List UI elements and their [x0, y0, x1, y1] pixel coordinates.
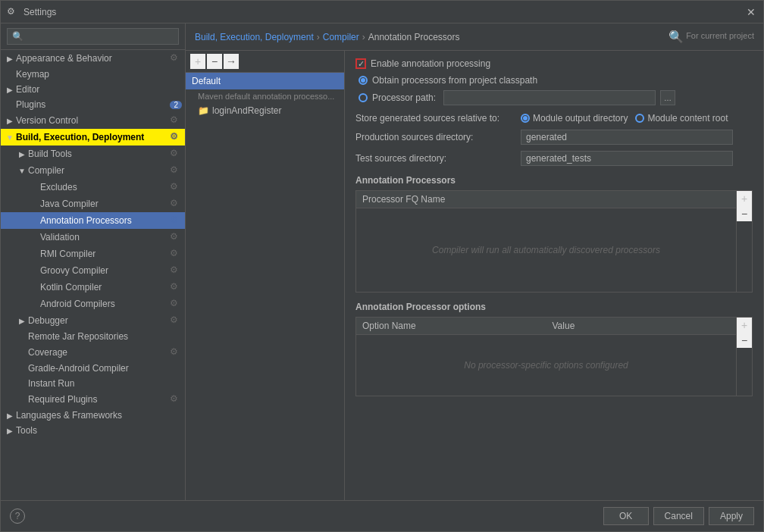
sidebar-item-build[interactable]: ▼ Build, Execution, Deployment ⚙ [1, 129, 185, 146]
enable-annotation-label: Enable annotation processing [371, 58, 490, 69]
options-panel: ✓ Enable annotation processing Obtain pr… [345, 51, 763, 500]
close-button[interactable]: ✕ [745, 6, 757, 18]
breadcrumb-sep1: › [317, 32, 320, 42]
breadcrumb-compiler[interactable]: Compiler [323, 32, 359, 42]
sidebar-item-build-tools[interactable]: ▶ Build Tools ⚙ [1, 146, 185, 162]
profile-list: Default Maven default annotation process… [186, 73, 344, 500]
gear-icon: ⚙ [170, 281, 182, 293]
gear-icon: ⚙ [170, 315, 182, 327]
breadcrumb-build[interactable]: Build, Execution, Deployment [195, 32, 314, 42]
sidebar-item-instant-run[interactable]: Instant Run [1, 376, 185, 391]
plugins-badge: 2 [170, 101, 182, 109]
processor-options-side-buttons: + − [736, 318, 752, 396]
profile-sub-login[interactable]: 📁 loginAndRegister [186, 103, 344, 118]
sidebar-item-appearance[interactable]: ▶ Appearance & Behavior ⚙ [1, 50, 185, 67]
annotation-processors-table-header: Processor FQ Name [356, 191, 736, 208]
breadcrumb-current: Annotation Processors [368, 32, 460, 42]
sidebar-item-languages[interactable]: ▶ Languages & Frameworks [1, 408, 185, 423]
annotation-processors-table-rows: Compiler will run all automatically disc… [356, 208, 736, 292]
annotation-processors-add-button[interactable]: + [737, 191, 752, 206]
gear-icon: ⚙ [170, 131, 182, 143]
sidebar-item-required-plugins[interactable]: Required Plugins ⚙ [1, 391, 185, 408]
processor-path-input[interactable] [443, 90, 656, 105]
settings-window: ⚙ Settings ✕ ▶ Appearance & Behavior ⚙ [0, 0, 764, 532]
checkmark-icon: ✓ [358, 59, 365, 69]
sidebar-item-annotation-processors[interactable]: Annotation Processors ⚙ [1, 212, 185, 229]
processor-options-table-rows: No processor-specific options configured [356, 335, 736, 396]
sidebar-item-plugins[interactable]: Plugins 2 [1, 97, 185, 112]
processor-options-table: Option Name Value No processor-specific … [355, 317, 753, 396]
production-sources-input[interactable] [521, 130, 733, 145]
enable-annotation-checkbox[interactable]: ✓ [355, 58, 366, 69]
sidebar-item-label: Keymap [16, 69, 182, 80]
value-column-header: Value [546, 318, 737, 334]
gear-icon: ⚙ [170, 148, 182, 160]
apply-button[interactable]: Apply [709, 507, 754, 525]
profile-item-label: Default [192, 76, 221, 86]
test-sources-row: Test sources directory: [355, 151, 753, 166]
main-inner: + − → Default Maven default annotation p… [186, 51, 763, 500]
window-icon: ⚙ [7, 6, 19, 18]
sidebar-item-validation[interactable]: Validation ⚙ [1, 229, 185, 246]
bottom-bar: ? OK Cancel Apply [1, 500, 763, 531]
sidebar-item-kotlin-compiler[interactable]: Kotlin Compiler ⚙ [1, 279, 185, 296]
production-sources-row: Production sources directory: [355, 130, 753, 145]
cancel-button[interactable]: Cancel [653, 507, 704, 525]
profile-toolbar: + − → [186, 51, 344, 73]
processor-options-table-header: Option Name Value [356, 318, 736, 335]
window-title: Settings [23, 7, 745, 17]
search-box [1, 23, 185, 50]
processor-path-browse-button[interactable]: … [660, 90, 675, 105]
gear-icon: ⚙ [170, 114, 182, 127]
processor-options-add-button[interactable]: + [737, 318, 752, 333]
processor-path-radio-row: Processor path: … [359, 90, 753, 105]
profile-item-default[interactable]: Default [186, 73, 344, 89]
processor-options-remove-button[interactable]: − [737, 333, 752, 348]
title-bar: ⚙ Settings ✕ [1, 1, 763, 23]
profile-sub-maven[interactable]: Maven default annotation processo... [186, 89, 344, 103]
processor-path-radio[interactable] [359, 93, 368, 102]
annotation-processors-remove-button[interactable]: − [737, 206, 752, 221]
sidebar-item-groovy-compiler[interactable]: Groovy Compiler ⚙ [1, 262, 185, 279]
module-content-radio[interactable] [635, 114, 644, 123]
sidebar-item-excludes[interactable]: Excludes ⚙ [1, 179, 185, 196]
sidebar-item-gradle-android[interactable]: Gradle-Android Compiler [1, 361, 185, 376]
sidebar-item-remote-jar[interactable]: Remote Jar Repositories [1, 329, 185, 344]
breadcrumb-project: 🔍 For current project [668, 30, 754, 44]
store-sources-label: Store generated sources relative to: [355, 113, 515, 124]
annotation-processors-side-buttons: + − [736, 191, 752, 292]
test-sources-input[interactable] [521, 151, 733, 166]
add-profile-button[interactable]: + [190, 54, 205, 69]
sidebar-item-java-compiler[interactable]: Java Compiler ⚙ [1, 196, 185, 212]
sidebar-item-label: Plugins [16, 99, 45, 110]
sidebar-item-label: Build Tools [28, 149, 170, 159]
sidebar-item-android-compilers[interactable]: Android Compilers ⚙ [1, 296, 185, 312]
annotation-processors-table: Processor FQ Name Compiler will run all … [355, 190, 753, 293]
sidebar-item-label: Annotation Processors [40, 215, 170, 226]
sidebar-item-keymap[interactable]: Keymap [1, 67, 185, 82]
annotation-processors-section-title: Annotation Processors [355, 175, 753, 186]
module-output-radio[interactable] [521, 114, 530, 123]
enable-checkbox-wrapper: ✓ Enable annotation processing [355, 58, 490, 69]
sidebar-item-coverage[interactable]: Coverage ⚙ [1, 344, 185, 361]
nav-profile-button[interactable]: → [224, 54, 239, 69]
sidebar-item-label: Instant Run [28, 378, 182, 389]
processor-source-group: Obtain processors from project classpath… [359, 75, 753, 105]
sidebar-item-rmi-compiler[interactable]: RMI Compiler ⚙ [1, 246, 185, 262]
sidebar-item-compiler[interactable]: ▼ Compiler ⚙ [1, 162, 185, 179]
classpath-radio[interactable] [359, 76, 368, 85]
remove-profile-button[interactable]: − [207, 54, 222, 69]
sidebar-item-tools[interactable]: ▶ Tools [1, 423, 185, 438]
test-sources-label: Test sources directory: [355, 153, 515, 164]
processor-path-radio-label: Processor path: [372, 92, 436, 103]
sidebar-item-debugger[interactable]: ▶ Debugger ⚙ [1, 312, 185, 329]
expand-icon: ▶ [4, 412, 16, 420]
sidebar-item-editor[interactable]: ▶ Editor [1, 82, 185, 97]
sidebar-item-version-control[interactable]: ▶ Version Control ⚙ [1, 112, 185, 129]
gear-icon: ⚙ [170, 264, 182, 277]
ok-button[interactable]: OK [603, 507, 649, 525]
expand-icon: ▶ [16, 317, 28, 325]
search-input[interactable] [7, 28, 179, 45]
enable-option-row: ✓ Enable annotation processing [355, 58, 753, 69]
help-button[interactable]: ? [10, 509, 25, 524]
